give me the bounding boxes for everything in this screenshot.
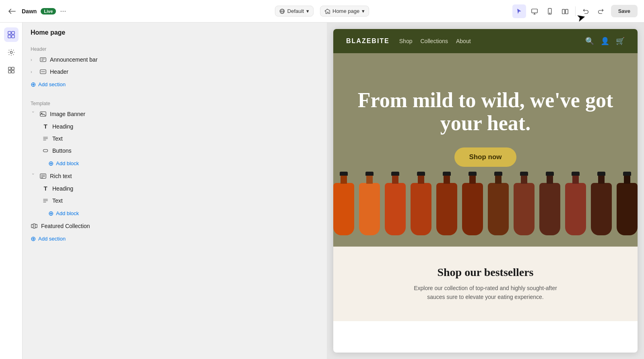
bestsellers-title: Shop our bestsellers <box>346 266 625 279</box>
chevron-down-icon: › <box>31 173 36 179</box>
preview-area: BLAZEBITE Shop Collections About 🔍 👤 🛒 F… <box>327 23 644 359</box>
bottles-row <box>333 183 638 235</box>
bestsellers-description: Explore our collection of top-rated and … <box>405 284 566 302</box>
svg-point-12 <box>10 51 12 53</box>
store-nav-links: Shop Collections About <box>399 38 471 44</box>
settings-tab[interactable] <box>4 45 19 60</box>
hero-title: From mild to wild, we've got your heat. <box>349 89 621 135</box>
text-rich-label: Text <box>52 197 320 204</box>
text-icon <box>42 136 49 141</box>
template-add-section-button[interactable]: ⊕ Add section <box>23 232 327 245</box>
sidebar-item-heading-rich[interactable]: T Heading <box>23 182 327 195</box>
image-banner-label: Image Banner <box>50 111 320 117</box>
buttons-icon <box>42 148 49 154</box>
svg-rect-7 <box>565 9 568 14</box>
bestsellers-section: Shop our bestsellers Explore our collect… <box>333 247 638 321</box>
template-section-label: Template <box>23 98 327 108</box>
svg-rect-11 <box>11 35 14 38</box>
add-block-banner-label: Add block <box>56 160 79 166</box>
chevron-right-icon: › <box>31 57 36 62</box>
chevron-right-icon: › <box>31 69 36 74</box>
page-label: Home page <box>332 8 359 14</box>
plus-icon: ⊕ <box>31 81 36 88</box>
sidebar-item-text-rich[interactable]: Text <box>23 195 327 207</box>
sidebar-title: Home page <box>23 23 327 40</box>
bottle-12 <box>617 183 638 235</box>
save-button[interactable]: Save <box>611 5 638 17</box>
select-tool-button[interactable] <box>512 4 526 18</box>
nav-link-shop[interactable]: Shop <box>399 38 413 44</box>
svg-rect-15 <box>8 71 10 73</box>
hero-section: From mild to wild, we've got your heat. … <box>333 53 638 247</box>
bottle-2 <box>359 183 380 235</box>
mobile-view-button[interactable] <box>543 4 557 18</box>
store-nav: BLAZEBITE Shop Collections About 🔍 👤 🛒 <box>333 29 638 53</box>
rich-text-label: Rich text <box>50 173 320 179</box>
plus-icon: ⊕ <box>48 160 54 167</box>
cart-icon[interactable]: 🛒 <box>616 37 625 46</box>
store-name: Dawn <box>22 8 37 15</box>
bottle-11 <box>591 183 612 235</box>
sidebar-item-buttons-banner[interactable]: Buttons <box>23 145 327 157</box>
sidebar-item-heading-banner[interactable]: T Heading <box>23 120 327 133</box>
heading-rich-label: Heading <box>52 185 320 192</box>
more-options-button[interactable]: ··· <box>60 7 66 15</box>
svg-point-23 <box>41 113 42 114</box>
bottle-9 <box>539 183 560 235</box>
sections-tab[interactable] <box>4 27 19 42</box>
nav-link-collections[interactable]: Collections <box>420 38 448 44</box>
toolbar-icons <box>512 4 608 18</box>
page-selector[interactable]: Home page ▾ <box>320 6 369 17</box>
back-button[interactable] <box>6 6 18 17</box>
add-block-rich-label: Add block <box>56 210 79 216</box>
bottle-5 <box>436 183 457 235</box>
sidebar-item-text-banner[interactable]: Text <box>23 133 327 145</box>
svg-rect-9 <box>11 31 14 34</box>
apps-tab[interactable] <box>4 63 19 77</box>
svg-rect-35 <box>31 224 33 228</box>
topbar-right: Save <box>430 4 638 18</box>
svg-rect-6 <box>562 9 564 14</box>
header-label: Header <box>50 68 320 75</box>
svg-rect-10 <box>8 35 10 38</box>
sidebar-item-image-banner[interactable]: › Image Banner <box>23 108 327 120</box>
announcement-bar-label: Announcement bar <box>50 56 320 63</box>
redo-button[interactable] <box>594 4 608 18</box>
bottle-3 <box>385 183 406 235</box>
rich-text-icon <box>39 173 47 179</box>
bottle-1 <box>333 183 354 235</box>
search-icon[interactable]: 🔍 <box>585 37 594 46</box>
sidebar-item-featured-collection[interactable]: Featured Collection <box>23 220 327 232</box>
theme-label: Default <box>287 8 304 14</box>
account-icon[interactable]: 👤 <box>601 37 609 46</box>
svg-rect-14 <box>11 67 14 70</box>
template-section-group: Template › Image Banner T Heading Text <box>23 94 327 249</box>
theme-selector[interactable]: Default ▾ <box>275 6 314 17</box>
bottle-4 <box>411 183 431 235</box>
banner-add-block-button[interactable]: ⊕ Add block <box>23 157 327 170</box>
header-section-group: Header › Announcement bar › Header ⊕ Add… <box>23 40 327 94</box>
desktop-view-button[interactable] <box>528 4 541 18</box>
sidebar-item-header[interactable]: › Header <box>23 66 327 78</box>
bottle-7 <box>488 183 509 235</box>
buttons-banner-label: Buttons <box>52 147 320 154</box>
plus-icon: ⊕ <box>48 210 54 217</box>
sidebar-content: Home page Header › Announcement bar › He… <box>23 23 327 359</box>
heading-icon: T <box>42 123 49 130</box>
sidebar-icon-tabs <box>0 23 23 359</box>
live-badge: Live <box>41 8 56 15</box>
sidebar-item-rich-text[interactable]: › Rich text <box>23 170 327 182</box>
shop-now-button[interactable]: Shop now <box>454 147 516 167</box>
bottle-6 <box>462 183 483 235</box>
bottle-8 <box>514 183 535 235</box>
custom-view-button[interactable] <box>558 4 572 18</box>
svg-rect-17 <box>40 58 46 62</box>
sidebar-item-announcement-bar[interactable]: › Announcement bar <box>23 54 327 66</box>
rich-text-add-block-button[interactable]: ⊕ Add block <box>23 207 327 220</box>
nav-link-about[interactable]: About <box>456 38 471 44</box>
featured-collection-label: Featured Collection <box>41 223 320 229</box>
svg-rect-37 <box>35 224 37 228</box>
undo-button[interactable] <box>579 4 592 18</box>
header-add-section-button[interactable]: ⊕ Add section <box>23 78 327 91</box>
heading-banner-label: Heading <box>52 123 320 130</box>
